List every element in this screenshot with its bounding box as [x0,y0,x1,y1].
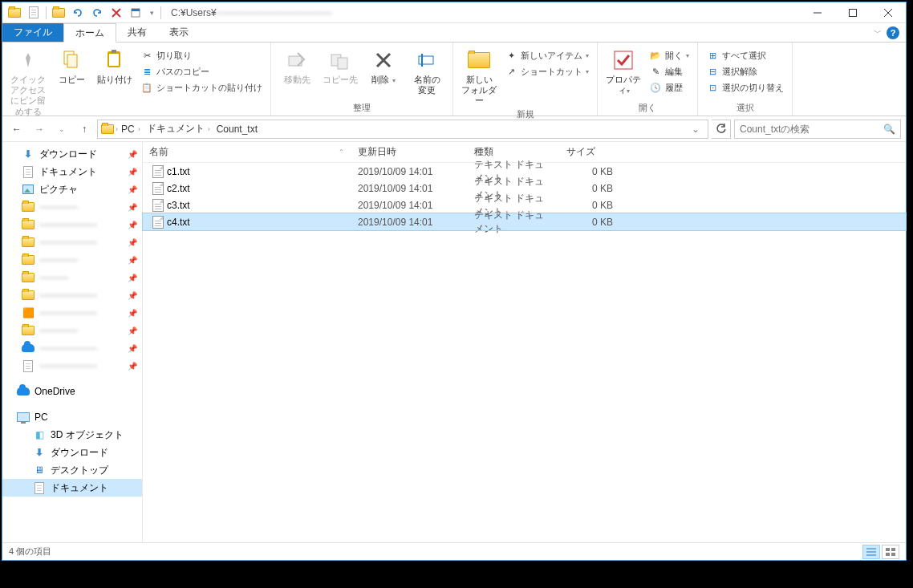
copyto-button[interactable]: コピー先 [319,44,361,85]
file-row[interactable]: c4.txt2019/10/09 14:01テキスト ドキュメント0 KB [143,213,906,230]
tree-pictures[interactable]: ピクチャ📌 [2,180,142,198]
select-all-button[interactable]: ⊞すべて選択 [703,47,787,63]
tree-downloads[interactable]: ⬇ダウンロード📌 [2,145,142,163]
pin-quickaccess-button[interactable]: クイック アクセス にピン留めする [7,44,49,117]
search-input[interactable] [740,124,883,135]
new-folder-icon[interactable] [50,4,67,22]
rename-icon [414,47,440,73]
onedrive-icon [17,385,30,398]
tree-pc[interactable]: PC [2,408,142,426]
folder-icon[interactable] [6,4,23,22]
new-shortcut-button[interactable]: ↗ショートカット ▾ [501,63,592,79]
bc-documents[interactable]: ドキュメント› [144,122,213,136]
doc-icon[interactable] [25,4,43,22]
app-icon: 🟧 [22,306,34,319]
svg-rect-2 [850,9,857,16]
tree-item-blur3[interactable]: ――――――📌 [2,233,142,251]
bc-count-txt[interactable]: Count_txt [213,124,261,135]
recent-dropdown[interactable]: ⌄ [52,120,71,139]
sort-asc-icon: ⌃ [339,148,344,156]
tree-item-blur2[interactable]: ――――――📌 [2,216,142,233]
copy-path-button[interactable]: ≣パスのコピー [137,63,266,79]
rename-button[interactable]: 名前の 変更 [406,44,448,95]
file-date: 2019/10/09 14:01 [351,217,468,228]
paste-shortcut-button[interactable]: 📋ショートカットの貼り付け [137,79,266,95]
forward-button[interactable]: → [30,120,49,139]
tab-share[interactable]: 共有 [116,23,158,42]
explorer-window: ▾ C:¥Users¥―――――――――――― ファイル ホーム 共有 表示 ﹀… [2,2,907,561]
folder-icon [22,218,34,231]
tree-item-blur8[interactable]: ――――📌 [2,322,142,339]
edit-button[interactable]: ✎編集 [646,63,692,79]
file-name: c4.txt [167,217,190,228]
up-button[interactable]: ↑ [75,120,94,139]
svg-rect-7 [112,50,116,53]
tree-item-blur10[interactable]: ――――――📌 [2,357,142,375]
nav-tree[interactable]: ⬇ダウンロード📌 ドキュメント📌 ピクチャ📌 ――――📌 ――――――📌 ―――… [2,142,143,542]
tree-item-blur9[interactable]: ――――――📌 [2,339,142,357]
delete-icon[interactable] [108,4,125,22]
tree-item-blur6[interactable]: ――――――📌 [2,286,142,304]
copyto-icon [327,47,353,73]
qat-dropdown-icon[interactable]: ▾ [146,4,157,22]
col-date[interactable]: 更新日時 [351,142,468,162]
back-button[interactable]: ← [7,120,26,139]
history-button[interactable]: 🕓履歴 [646,79,692,95]
properties-button[interactable]: プロパティ▾ [603,44,644,95]
view-icons-button[interactable] [882,545,899,559]
folder-icon [22,271,34,284]
shortcut2-icon: ↗ [505,65,517,78]
file-size: 0 KB [560,183,619,194]
redo-icon[interactable] [88,4,106,22]
tree-3d-objects[interactable]: ◧3D オブジェクト [2,426,142,444]
undo-icon[interactable] [69,4,87,22]
refresh-button[interactable] [712,120,731,139]
new-item-button[interactable]: ✦新しいアイテム ▾ [501,47,592,63]
copy-button[interactable]: コピー [51,44,92,85]
tree-desktop[interactable]: 🖥デスクトップ [2,461,142,479]
view-details-button[interactable] [862,545,880,559]
maximize-button[interactable] [835,2,870,23]
tree-item-blur4[interactable]: ――――📌 [2,251,142,269]
help-icon[interactable]: ? [887,26,899,39]
paste-button[interactable]: 貼り付け [94,44,136,85]
search-box[interactable]: 🔍 [734,120,901,139]
doc-icon [22,165,34,178]
moveto-button[interactable]: 移動先 [276,44,318,85]
tree-pc-documents[interactable]: ドキュメント [2,479,142,497]
tree-item-blur5[interactable]: ―――📌 [2,269,142,286]
selectnone-icon: ⊟ [706,65,719,78]
col-name[interactable]: 名前⌃ [143,142,351,162]
tab-file[interactable]: ファイル [2,23,63,42]
minimize-button[interactable] [800,2,835,23]
col-size[interactable]: サイズ [560,142,619,162]
close-button[interactable] [870,2,906,23]
file-size: 0 KB [560,166,619,177]
file-size: 0 KB [560,200,619,211]
tree-documents[interactable]: ドキュメント📌 [2,163,142,180]
open-button[interactable]: 📂開く ▾ [646,47,692,63]
tree-item-blur1[interactable]: ――――📌 [2,198,142,216]
download-icon: ⬇ [33,446,46,459]
delete-button[interactable]: 削除 ▾ [363,44,404,85]
tab-view[interactable]: 表示 [158,23,200,42]
breadcrumb[interactable]: › PC› ドキュメント› Count_txt ⌄ [97,120,708,139]
copy-icon [59,47,84,73]
cut-button[interactable]: ✂切り取り [137,47,266,63]
bc-pc[interactable]: PC› [118,124,144,135]
folder-icon [22,324,34,337]
collapse-ribbon-icon[interactable]: ﹀ [874,27,882,39]
select-none-button[interactable]: ⊟選択解除 [703,63,787,79]
tab-home[interactable]: ホーム [63,23,116,43]
titlebar: ▾ C:¥Users¥―――――――――――― [2,2,906,23]
ribbon-group-clipboard: クイック アクセス にピン留めする コピー 貼り付け ✂切り取り ≣パスのコピー… [2,43,271,116]
cloud-icon [22,342,34,355]
new-folder-button[interactable]: 新しい フォルダー [458,44,500,107]
properties-icon[interactable] [127,4,144,22]
shortcut-icon: 📋 [140,81,153,94]
tree-item-blur7[interactable]: 🟧――――――📌 [2,304,142,322]
tree-pc-downloads[interactable]: ⬇ダウンロード [2,444,142,461]
invert-selection-button[interactable]: ⊡選択の切り替え [703,79,787,95]
bc-dropdown-icon[interactable]: ⌄ [685,124,706,135]
tree-onedrive[interactable]: OneDrive [2,383,142,400]
